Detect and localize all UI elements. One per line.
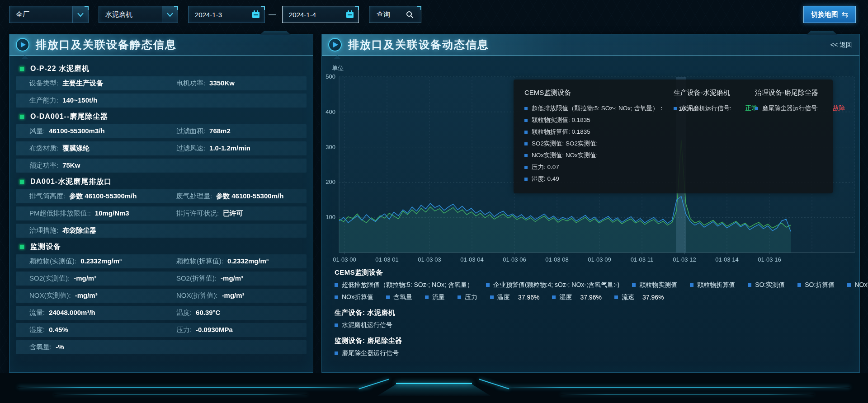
legend-bullet-icon xyxy=(552,295,556,299)
legend-item[interactable]: 超低排放限值（颗拉物:5: SOz-; NOx; 含氧量） xyxy=(335,281,473,289)
field-label: 颗粒物(折算值): xyxy=(176,257,223,266)
legend-label: 流速 xyxy=(622,293,634,301)
field-value: -mg/m³ xyxy=(74,274,96,282)
field-label: 颗粒物(实测值): xyxy=(29,257,76,266)
field-label: 温度: xyxy=(176,309,192,317)
legend-item[interactable]: 流量 xyxy=(425,293,445,301)
plant-select[interactable]: 全厂 xyxy=(9,6,89,23)
legend-item[interactable]: 磨尾除尘器运行信号 xyxy=(335,349,399,357)
legend-label: 颗粒物实测值 xyxy=(639,281,677,289)
legend-item[interactable]: 颗粒物折算值 xyxy=(690,281,735,289)
field-value: 已许可 xyxy=(223,209,243,218)
legend-bullet-icon xyxy=(614,295,618,299)
svg-text:01-03 12: 01-03 12 xyxy=(673,256,696,263)
legend-item[interactable]: 压力 xyxy=(458,293,477,301)
field-value: 主要生产设备 xyxy=(62,79,103,88)
info-field: SO2(实测值):-mg/m³ xyxy=(29,274,176,283)
section-title: O-P-22 水泥磨机 xyxy=(30,64,90,74)
svg-text:01-03 16: 01-03 16 xyxy=(758,256,781,263)
legend-label: 颗粒物折算值 xyxy=(697,281,735,289)
field-value: 3350Kw xyxy=(209,79,235,87)
info-row: NOX(实测值):-mg/m³NOX(折算值):-mg/m³ xyxy=(16,289,307,303)
field-value: -0.0930MPa xyxy=(196,326,233,333)
legend-label: 水泥磨机运行信号 xyxy=(342,321,392,329)
legend-item[interactable]: 水泥磨机运行信号 xyxy=(335,321,392,329)
play-icon xyxy=(16,38,29,52)
legend-label: SO:实测值 xyxy=(755,281,785,289)
end-date-input[interactable]: 2024-1-4 xyxy=(282,6,359,23)
calendar-icon[interactable] xyxy=(345,9,355,19)
legend-item[interactable]: 流速37.96% xyxy=(614,293,664,301)
field-label: 湿度: xyxy=(29,326,45,334)
calendar-icon[interactable] xyxy=(251,9,261,19)
device-select[interactable]: 水泥磨机 xyxy=(99,6,178,23)
svg-text:01-03 09: 01-03 09 xyxy=(588,256,611,263)
svg-text:400: 400 xyxy=(326,108,335,115)
legend-item[interactable]: NOx折算值 xyxy=(335,293,373,301)
field-label: PM超低排排放限值:: xyxy=(29,209,91,218)
info-field: NOX(实测值):-mg/m³ xyxy=(29,291,176,300)
field-label: 风量: xyxy=(29,127,45,136)
topbar: 全厂 水泥磨机 2024-1-3 — 2024-1-4 查询 xyxy=(0,0,868,29)
legend-item[interactable]: SO:实测值 xyxy=(748,281,785,289)
info-row: 湿度:0.45%压力:-0.0930MPa xyxy=(16,323,307,337)
line-chart[interactable]: 单位 10020030040050001-03 0001-03 0101-03 … xyxy=(322,55,860,272)
legend-row: 超低排放限值（颗拉物:5: SOz-; NOx; 含氧量）企业预警值(颗粒物:4… xyxy=(335,281,849,289)
legend-item[interactable]: 温度37.96% xyxy=(490,293,539,301)
legend-item[interactable]: 湿度37.96% xyxy=(552,293,601,301)
svg-text:01-03 06: 01-03 06 xyxy=(503,256,526,263)
legend-label: 企业预警值(颗粒物:4; sOz-; NOx-;含氧气量:-) xyxy=(493,281,619,289)
info-row: 额定功率:75Kw xyxy=(16,159,307,173)
legend-label: NOx实测值 xyxy=(854,281,868,289)
legend-item[interactable]: 含氧量 xyxy=(386,293,412,301)
legend-bullet-icon xyxy=(425,295,429,299)
green-square-icon xyxy=(19,244,24,249)
section-header: O-DA001--磨尾除尘器 xyxy=(19,111,307,122)
info-row: 治理措施:布袋除尘器 xyxy=(16,224,307,238)
date-range-separator: — xyxy=(269,6,276,23)
field-value: 140~150t/h xyxy=(62,96,97,104)
legend-item[interactable]: NOx实测值 xyxy=(847,281,868,289)
section-header: DA001-水泥磨尾排放口 xyxy=(19,176,307,187)
page-title-dynamic: 排放口及关联设备动态信息 xyxy=(348,37,489,52)
svg-text:100: 100 xyxy=(326,214,335,220)
info-row: 布袋材质:覆膜涤纶过滤风速:1.0-1.2m/min xyxy=(16,141,307,155)
field-label: 电机功率: xyxy=(176,79,205,88)
legend-item[interactable]: 企业预警值(颗粒物:4; sOz-; NOx-;含氧气量:-) xyxy=(486,281,619,289)
field-value: 1.0-1.2m/min xyxy=(209,144,250,152)
svg-text:01-03 03: 01-03 03 xyxy=(418,256,441,263)
chevron-down-icon[interactable] xyxy=(72,6,88,23)
info-field: 温度:60.39°C xyxy=(176,309,307,317)
field-value: 46100-55300m3/h xyxy=(49,127,104,135)
deco-line xyxy=(561,394,814,395)
search-button[interactable]: 查询 xyxy=(369,6,421,23)
info-field: 治理措施:布袋除尘器 xyxy=(29,226,176,235)
info-field: 生产能力:140~150t/h xyxy=(29,96,176,105)
chart-legend: CEMS监测设备超低排放限值（颗拉物:5: SOz-; NOx; 含氧量）企业预… xyxy=(335,268,849,361)
info-field: 废气处理量:参数 46100-55300m/h xyxy=(176,192,307,201)
field-label: 生产能力: xyxy=(29,96,58,105)
info-field: 压力:-0.0930MPa xyxy=(176,326,307,334)
chart-canvas[interactable]: 10020030040050001-03 0001-03 0101-03 030… xyxy=(322,55,860,272)
legend-item[interactable]: 颗粒物实测值 xyxy=(632,281,677,289)
start-date-input[interactable]: 2024-1-3 xyxy=(188,6,265,23)
chevron-down-icon[interactable] xyxy=(162,6,178,23)
info-field: 颗粒物(实测值):0.2332mg/m³ xyxy=(29,257,176,266)
switch-map-button[interactable]: 切换地图 ⇆ xyxy=(803,6,856,23)
legend-value: 37.96% xyxy=(580,294,601,301)
legend-label: 湿度 xyxy=(559,293,572,301)
info-field: 湿度:0.45% xyxy=(29,326,176,334)
legend-bullet-icon xyxy=(632,283,636,287)
info-row: 排气筒高度:参数 46100-55300m/h废气处理量:参数 46100-55… xyxy=(16,189,307,203)
field-label: 过滤面积: xyxy=(176,127,205,136)
info-field: 额定功率:75Kw xyxy=(29,161,176,170)
deco-line xyxy=(479,379,509,389)
field-label: 流量: xyxy=(29,309,45,317)
info-field: 电机功率:3350Kw xyxy=(176,79,307,88)
play-icon xyxy=(328,38,342,52)
field-label: 过滤风速: xyxy=(176,144,205,153)
bottom-decoration xyxy=(0,373,868,403)
field-value: -% xyxy=(56,343,64,351)
legend-item[interactable]: SO:折算值 xyxy=(797,281,835,289)
back-button[interactable]: << 返回 xyxy=(830,41,852,49)
